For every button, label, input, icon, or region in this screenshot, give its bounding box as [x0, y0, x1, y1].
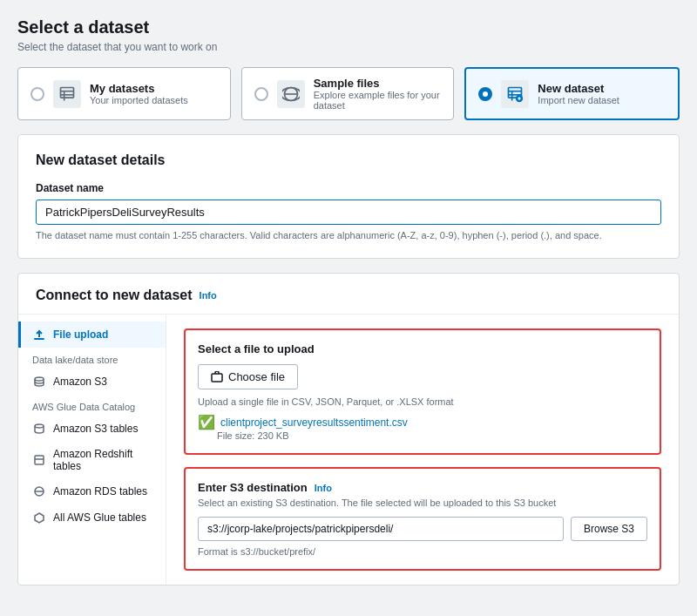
my-datasets-title: My datasets	[90, 82, 188, 95]
sample-files-icon	[277, 80, 305, 108]
svg-rect-0	[61, 87, 74, 98]
nav-section-data-lake: Data lake/data store	[18, 348, 166, 369]
dataset-type-selector: My datasets Your imported datasets Sampl…	[17, 67, 680, 120]
new-dataset-subtitle: Import new dataset	[538, 95, 619, 105]
file-upload-box: Select a file to upload Choose file Uplo…	[184, 328, 661, 455]
new-dataset-details-title: New dataset details	[36, 152, 661, 168]
dataset-name-input[interactable]	[36, 200, 661, 225]
nav-item-redshift-label: Amazon Redshift tables	[53, 448, 152, 472]
check-icon: ✅	[198, 414, 215, 430]
new-dataset-title: New dataset	[538, 82, 619, 95]
upload-hint: Upload a single file in CSV, JSON, Parqu…	[198, 396, 647, 407]
nav-item-rds[interactable]: Amazon RDS tables	[18, 478, 166, 504]
svg-marker-20	[35, 513, 44, 523]
connect-panel-header: Connect to new dataset Info	[18, 274, 679, 315]
file-size: File size: 230 KB	[217, 430, 647, 441]
nav-item-file-upload[interactable]: File upload	[18, 322, 166, 348]
radio-sample-files	[254, 87, 268, 101]
s3-tables-icon	[32, 422, 46, 436]
s3-destination-info-link[interactable]: Info	[315, 483, 332, 493]
nav-item-s3-tables[interactable]: Amazon S3 tables	[18, 416, 166, 442]
dataset-option-sample-files[interactable]: Sample files Explore example files for y…	[241, 67, 455, 120]
s3-destination-title: Enter S3 destination	[198, 481, 308, 494]
browse-s3-button[interactable]: Browse S3	[571, 517, 647, 541]
connect-panel-title-text: Connect to new dataset	[36, 288, 193, 303]
choose-file-label: Choose file	[228, 370, 285, 383]
new-dataset-icon	[501, 80, 529, 108]
nav-item-amazon-s3-label: Amazon S3	[53, 376, 107, 388]
sidebar-nav: File upload Data lake/data store Amazon …	[18, 315, 166, 585]
sample-files-subtitle: Explore example files for your dataset	[314, 90, 442, 111]
dataset-option-new-dataset[interactable]: New dataset Import new dataset	[464, 67, 680, 120]
radio-new-dataset	[478, 87, 492, 101]
s3-destination-box: Enter S3 destination Info Select an exis…	[184, 467, 661, 571]
nav-item-rds-label: Amazon RDS tables	[53, 485, 147, 498]
nav-item-s3-tables-label: Amazon S3 tables	[53, 423, 138, 435]
svg-point-15	[35, 424, 44, 428]
dataset-name-hint: The dataset name must contain 1-255 char…	[36, 230, 661, 240]
nav-section-glue: AWS Glue Data Catalog	[18, 395, 166, 416]
choose-file-button[interactable]: Choose file	[198, 364, 298, 389]
upload-btn-icon	[211, 371, 223, 383]
svg-rect-13	[34, 338, 44, 340]
file-name: clientproject_surveyresultssentiment.csv	[220, 416, 408, 429]
page-subtitle: Select the dataset that you want to work…	[17, 41, 680, 53]
my-datasets-subtitle: Your imported datasets	[90, 95, 188, 105]
my-datasets-icon	[53, 80, 81, 108]
s3-destination-subtitle: Select an existing S3 destination. The f…	[198, 498, 647, 508]
upload-icon	[32, 328, 46, 342]
upload-section-title: Select a file to upload	[198, 342, 647, 355]
nav-item-file-upload-label: File upload	[53, 328, 108, 341]
connect-body: File upload Data lake/data store Amazon …	[18, 315, 679, 585]
page-title: Select a dataset	[17, 17, 680, 37]
connect-info-link[interactable]: Info	[200, 290, 217, 301]
nav-item-all-glue[interactable]: All AWS Glue tables	[18, 504, 166, 531]
redshift-icon	[32, 453, 46, 467]
s3-input-row: Browse S3	[198, 517, 647, 541]
rds-icon	[32, 484, 46, 498]
connect-panel: Connect to new dataset Info File upload …	[17, 273, 680, 586]
nav-item-amazon-s3[interactable]: Amazon S3	[18, 369, 166, 395]
svg-point-14	[35, 377, 44, 381]
svg-rect-16	[35, 456, 44, 464]
dataset-option-my-datasets[interactable]: My datasets Your imported datasets	[17, 67, 231, 120]
glue-icon	[32, 511, 46, 525]
svg-rect-21	[212, 374, 222, 382]
file-selected: ✅ clientproject_surveyresultssentiment.c…	[198, 414, 647, 430]
new-dataset-details-panel: New dataset details Dataset name The dat…	[17, 134, 680, 259]
nav-item-redshift[interactable]: Amazon Redshift tables	[18, 442, 166, 478]
dataset-name-label: Dataset name	[36, 182, 661, 194]
sample-files-title: Sample files	[314, 77, 442, 90]
connect-main: Select a file to upload Choose file Uplo…	[166, 315, 679, 585]
s3-path-input[interactable]	[198, 517, 564, 541]
radio-my-datasets	[30, 87, 44, 101]
s3-icon	[32, 375, 46, 389]
nav-item-all-glue-label: All AWS Glue tables	[53, 511, 146, 524]
s3-format-hint: Format is s3://bucket/prefix/	[198, 546, 647, 557]
